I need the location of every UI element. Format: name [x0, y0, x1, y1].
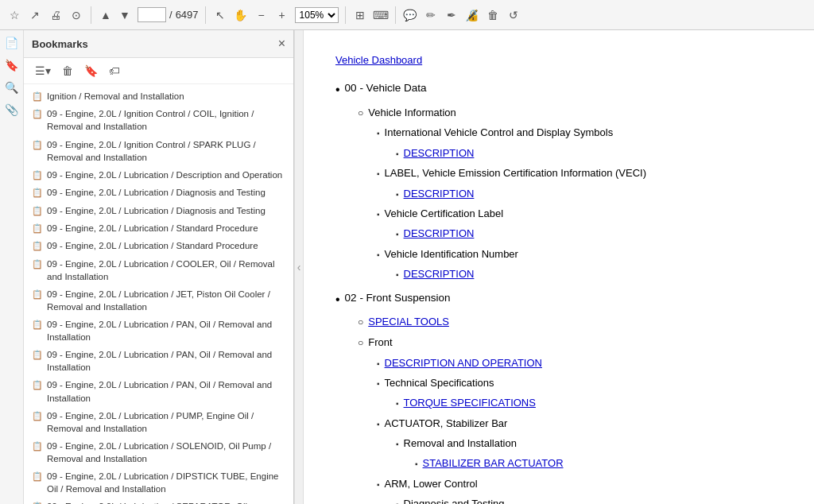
nav-up-icon[interactable]: ▲ — [98, 7, 114, 23]
stamp-icon[interactable]: 🔏 — [464, 7, 480, 23]
nav-group: ▲ ▼ — [98, 7, 133, 23]
toc-level3-text: LABEL, Vehicle Emission Certification In… — [385, 164, 782, 182]
sidebar-collapse-handle[interactable] — [294, 30, 304, 504]
stab-bar-actuator-link[interactable]: STABILIZER BAR ACTUATOR — [423, 454, 564, 472]
pencil-icon[interactable]: ✏ — [423, 7, 439, 23]
bookmark-doc-icon: 📋 — [32, 223, 43, 235]
sidebar-bookmark-button[interactable]: 🔖 — [81, 63, 101, 79]
toc-description-1[interactable]: DESCRIPTION — [335, 144, 782, 162]
list-item[interactable]: 📋 09 - Engine, 2.0L / Lubrication / PAN,… — [24, 316, 293, 346]
cursor-icon[interactable]: ↖ — [212, 7, 228, 23]
bookmark-doc-icon: 📋 — [32, 440, 43, 452]
main-content: Vehicle Dashboard 00 - Vehicle Data Vehi… — [304, 30, 814, 504]
sidebar-item-text: 09 - Engine, 2.0L / Lubrication / SOLENO… — [47, 440, 289, 465]
list-item[interactable]: 📋 09 - Engine, 2.0L / Lubrication / Diag… — [24, 202, 293, 219]
desc-and-op-link[interactable]: DESCRIPTION AND OPERATION — [385, 354, 542, 372]
bullet-square — [377, 354, 380, 372]
toc-level2-text: Front — [368, 333, 782, 351]
sidebar-items-list: 📋 Ignition / Removal and Installation 📋 … — [24, 84, 293, 504]
list-item[interactable]: 📋 Ignition / Removal and Installation — [24, 87, 293, 105]
toc-actuator-stab-bar: ACTUATOR, Stabilizer Bar — [335, 414, 782, 432]
left-icon-bookmarks[interactable]: 🔖 — [5, 59, 18, 72]
hand-icon[interactable]: ✋ — [233, 7, 249, 23]
sidebar-list-view-button[interactable]: ☰▾ — [32, 63, 54, 79]
special-tools-link[interactable]: SPECIAL TOOLS — [368, 312, 449, 331]
toc-description-2[interactable]: DESCRIPTION — [335, 184, 782, 203]
nav-down-icon[interactable]: ▼ — [117, 7, 133, 23]
list-item[interactable]: 📋 09 - Engine, 2.0L / Lubrication / SOLE… — [24, 437, 293, 467]
sidebar-close-button[interactable]: × — [278, 37, 285, 51]
sidebar-delete-button[interactable]: 🗑 — [59, 63, 76, 79]
zoom-out-icon[interactable]: − — [254, 7, 269, 23]
sidebar-item-text: 09 - Engine, 2.0L / Lubrication / PUMP, … — [47, 409, 289, 435]
bookmark-doc-icon: 📋 — [32, 501, 43, 504]
undo-icon[interactable]: ↺ — [506, 7, 521, 23]
toc-level3-text: Technical Specifications — [385, 374, 782, 392]
bullet-disc — [335, 79, 340, 102]
list-item[interactable]: 📋 09 - Engine, 2.0L / Lubrication / Stan… — [24, 219, 293, 237]
list-item[interactable]: 📋 09 - Engine, 2.0L / Lubrication / JET,… — [24, 285, 293, 316]
list-item[interactable]: 📋 09 - Engine, 2.0L / Lubrication / Diag… — [24, 184, 293, 201]
comment-icon[interactable]: 💬 — [402, 7, 418, 23]
vehicle-dashboard-link[interactable]: Vehicle Dashboard — [335, 54, 422, 66]
toc-level4-text: Removal and Installation — [404, 434, 782, 452]
toc-tech-specs: Technical Specifications — [335, 374, 782, 392]
toc-section-front-suspension: 02 - Front Suspension — [335, 289, 782, 312]
list-item[interactable]: 📋 09 - Engine, 2.0L / Ignition Control /… — [24, 136, 293, 166]
layout-icon[interactable]: ⊞ — [352, 7, 368, 23]
toc-level3-text: Vehicle Identification Number — [385, 245, 782, 263]
page-total: 6497 — [176, 9, 199, 21]
toc-level1-text: 02 - Front Suspension — [345, 289, 782, 308]
list-item[interactable]: 📋 09 - Engine, 2.0L / Lubrication / DIPS… — [24, 467, 293, 498]
keyboard-icon[interactable]: ⌨ — [373, 7, 389, 23]
toc-special-tools[interactable]: SPECIAL TOOLS — [335, 312, 782, 331]
list-item[interactable]: 📋 09 - Engine, 2.0L / Lubrication / Desc… — [24, 166, 293, 184]
zoom-in-icon[interactable]: + — [274, 7, 290, 23]
list-item[interactable]: 📋 09 - Engine, 2.0L / Lubrication / PAN,… — [24, 376, 293, 406]
sidebar-tag-button[interactable]: 🏷 — [106, 63, 123, 79]
zoom-control: 105% 75% 100% 125% 150% — [295, 7, 339, 23]
sidebar-item-text: Ignition / Removal and Installation — [47, 90, 289, 103]
share-icon[interactable]: ↗ — [27, 7, 43, 23]
list-item[interactable]: 📋 09 - Engine, 2.0L / Lubrication / PUMP… — [24, 407, 293, 437]
left-panel-icons: 📄 🔖 🔍 📎 — [0, 30, 24, 504]
bookmark-doc-icon: 📋 — [32, 289, 43, 300]
left-icon-search[interactable]: 🔍 — [5, 81, 18, 94]
toc-section-vehicle-info: Vehicle Information — [335, 103, 782, 122]
toc-level3-text: ACTUATOR, Stabilizer Bar — [385, 414, 782, 432]
bookmark-doc-icon: 📋 — [32, 240, 43, 252]
zoom-select[interactable]: 105% 75% 100% 125% 150% — [295, 7, 339, 23]
sidebar-item-text: 09 - Engine, 2.0L / Ignition Control / C… — [47, 107, 289, 133]
toc-torque-specs[interactable]: TORQUE SPECIFICATIONS — [335, 394, 782, 412]
toc-description-4[interactable]: DESCRIPTION — [335, 265, 782, 283]
page-input[interactable]: 1 — [138, 7, 166, 22]
toc-level3-text: International Vehicle Control and Displa… — [385, 123, 782, 142]
star-icon[interactable]: ☆ — [6, 7, 22, 23]
highlight-icon[interactable]: ✒ — [444, 7, 459, 23]
list-item[interactable]: 📋 09 - Engine, 2.0L / Lubrication / SEPA… — [24, 498, 293, 504]
list-item[interactable]: 📋 09 - Engine, 2.0L / Lubrication / COOL… — [24, 255, 293, 285]
left-icon-files[interactable]: 📄 — [5, 37, 18, 49]
description-link-3[interactable]: DESCRIPTION — [404, 224, 475, 242]
sidebar-item-text: 09 - Engine, 2.0L / Lubrication / DIPSTI… — [47, 470, 289, 495]
toc-description-3[interactable]: DESCRIPTION — [335, 224, 782, 242]
bullet-circle — [358, 103, 363, 122]
print-icon[interactable]: 🖨 — [48, 7, 64, 23]
toc-stab-bar-actuator[interactable]: STABILIZER BAR ACTUATOR — [335, 454, 782, 472]
description-link-4[interactable]: DESCRIPTION — [404, 265, 475, 283]
torque-specs-link[interactable]: TORQUE SPECIFICATIONS — [404, 394, 536, 412]
zoom-fit-icon[interactable]: ⊙ — [68, 7, 84, 23]
description-link-1[interactable]: DESCRIPTION — [404, 144, 475, 162]
left-icon-attachments[interactable]: 📎 — [5, 103, 18, 116]
sidebar-item-text: 09 - Engine, 2.0L / Lubrication / Diagno… — [47, 186, 289, 199]
toc-desc-and-op[interactable]: DESCRIPTION AND OPERATION — [335, 354, 782, 372]
description-link-2[interactable]: DESCRIPTION — [404, 184, 475, 203]
list-item[interactable]: 📋 09 - Engine, 2.0L / Lubrication / Stan… — [24, 237, 293, 254]
bullet-square — [377, 123, 380, 142]
delete-icon[interactable]: 🗑 — [485, 7, 501, 23]
list-item[interactable]: 📋 09 - Engine, 2.0L / Ignition Control /… — [24, 105, 293, 135]
toc-section-vehicle-data: 00 - Vehicle Data — [335, 79, 782, 102]
bookmark-doc-icon: 📋 — [32, 349, 43, 361]
list-item[interactable]: 📋 09 - Engine, 2.0L / Lubrication / PAN,… — [24, 346, 293, 376]
sidebar-item-text: 09 - Engine, 2.0L / Lubrication / SEPARA… — [47, 500, 289, 504]
